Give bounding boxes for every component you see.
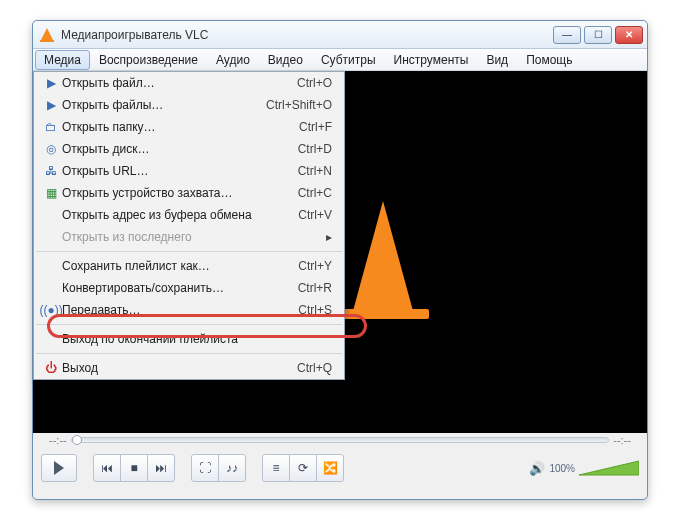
- titlebar: Медиапроигрыватель VLC — ☐ ✕: [33, 21, 647, 49]
- playlist-button[interactable]: ≡: [262, 454, 290, 482]
- stop-button[interactable]: ■: [120, 454, 148, 482]
- shuffle-button[interactable]: 🔀: [316, 454, 344, 482]
- shuffle-icon: 🔀: [323, 461, 338, 475]
- menu-audio[interactable]: Аудио: [207, 50, 259, 70]
- menu-media[interactable]: Медиа: [35, 50, 90, 70]
- menu-item-open-url[interactable]: 🖧 Открыть URL… Ctrl+N: [34, 160, 344, 182]
- menu-item-open-recent: Открыть из последнего ▸: [34, 226, 344, 248]
- loop-icon: ⟳: [298, 461, 308, 475]
- seek-knob[interactable]: [72, 435, 82, 445]
- menu-view[interactable]: Вид: [477, 50, 517, 70]
- background-vlc-cone-icon: [333, 201, 433, 321]
- folder-icon: 🗀: [40, 120, 62, 134]
- play-button[interactable]: [41, 454, 77, 482]
- menu-item-stream[interactable]: ((●)) Передавать… Ctrl+S: [34, 299, 344, 321]
- menu-item-save-playlist[interactable]: Сохранить плейлист как… Ctrl+Y: [34, 255, 344, 277]
- menu-item-open-capture[interactable]: ▦ Открыть устройство захвата… Ctrl+C: [34, 182, 344, 204]
- menu-help[interactable]: Помощь: [517, 50, 581, 70]
- menu-tools[interactable]: Инструменты: [385, 50, 478, 70]
- menu-item-quit-after-playlist[interactable]: Выход по окончании плейлиста: [34, 328, 344, 350]
- menu-subtitles[interactable]: Субтитры: [312, 50, 385, 70]
- menu-item-open-file[interactable]: ▶ Открыть файл… Ctrl+O: [34, 72, 344, 94]
- menu-separator: [36, 251, 342, 252]
- play-icon: [54, 461, 64, 475]
- app-window: Медиапроигрыватель VLC — ☐ ✕ Медиа Воспр…: [32, 20, 648, 500]
- svg-marker-0: [579, 461, 639, 475]
- close-button[interactable]: ✕: [615, 26, 643, 44]
- total-time: --:--: [609, 434, 635, 446]
- video-area: ▶ Открыть файл… Ctrl+O ▶ Открыть файлы… …: [33, 71, 647, 433]
- menu-item-open-disc[interactable]: ◎ Открыть диск… Ctrl+D: [34, 138, 344, 160]
- menu-item-convert-save[interactable]: Конвертировать/сохранить… Ctrl+R: [34, 277, 344, 299]
- menubar: Медиа Воспроизведение Аудио Видео Субтит…: [33, 49, 647, 71]
- menu-separator: [36, 324, 342, 325]
- playlist-icon: ≡: [272, 461, 279, 475]
- vlc-cone-icon: [39, 27, 55, 43]
- previous-button[interactable]: ⏮: [93, 454, 121, 482]
- disc-icon: ◎: [40, 142, 62, 156]
- capture-device-icon: ▦: [40, 186, 62, 200]
- menu-item-quit[interactable]: ⏻ Выход Ctrl+Q: [34, 357, 344, 379]
- minimize-button[interactable]: —: [553, 26, 581, 44]
- next-button[interactable]: ⏭: [147, 454, 175, 482]
- menu-separator: [36, 353, 342, 354]
- maximize-button[interactable]: ☐: [584, 26, 612, 44]
- equalizer-icon: ♪♪: [226, 461, 238, 475]
- stream-icon: ((●)): [40, 303, 62, 317]
- seek-track[interactable]: [71, 437, 610, 443]
- loop-button[interactable]: ⟳: [289, 454, 317, 482]
- menu-video[interactable]: Видео: [259, 50, 312, 70]
- window-title-area: Медиапроигрыватель VLC: [39, 27, 208, 43]
- fullscreen-icon: ⛶: [199, 461, 211, 475]
- menu-item-open-folder[interactable]: 🗀 Открыть папку… Ctrl+F: [34, 116, 344, 138]
- window-title: Медиапроигрыватель VLC: [61, 28, 208, 42]
- file-play-icon: ▶: [40, 76, 62, 90]
- files-play-icon: ▶: [40, 98, 62, 112]
- seekbar: --:-- --:--: [33, 433, 647, 447]
- menu-item-open-files[interactable]: ▶ Открыть файлы… Ctrl+Shift+O: [34, 94, 344, 116]
- extended-settings-button[interactable]: ♪♪: [218, 454, 246, 482]
- speaker-icon[interactable]: 🔊: [529, 461, 545, 476]
- skip-back-icon: ⏮: [101, 461, 113, 475]
- volume-percent: 100%: [549, 463, 575, 474]
- elapsed-time: --:--: [45, 434, 71, 446]
- menu-playback[interactable]: Воспроизведение: [90, 50, 207, 70]
- media-dropdown-menu: ▶ Открыть файл… Ctrl+O ▶ Открыть файлы… …: [33, 71, 345, 380]
- skip-forward-icon: ⏭: [155, 461, 167, 475]
- menu-item-open-clipboard[interactable]: Открыть адрес из буфера обмена Ctrl+V: [34, 204, 344, 226]
- stop-icon: ■: [130, 461, 137, 475]
- volume-slider[interactable]: [579, 459, 639, 477]
- window-controls: — ☐ ✕: [553, 26, 643, 44]
- quit-icon: ⏻: [40, 361, 62, 375]
- network-icon: 🖧: [40, 164, 62, 178]
- controlbar: ⏮ ■ ⏭ ⛶ ♪♪ ≡ ⟳ 🔀 🔊 100%: [33, 447, 647, 491]
- fullscreen-button[interactable]: ⛶: [191, 454, 219, 482]
- volume-control: 🔊 100%: [529, 459, 639, 477]
